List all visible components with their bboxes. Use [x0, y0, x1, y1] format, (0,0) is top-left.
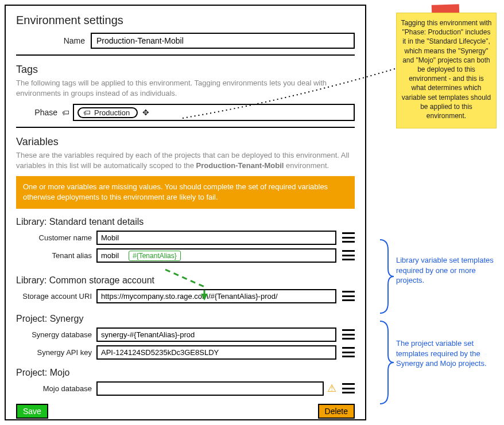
tag-pill-production[interactable]: Production — [77, 107, 138, 118]
field-synergy-api: Synergy API key — [16, 345, 355, 360]
tag-input-container[interactable]: Production — [73, 104, 355, 121]
field-mojo-db: Mojo database ⚠ — [16, 381, 355, 396]
synergy-api-input[interactable] — [96, 345, 336, 360]
variables-description: These are the variables required by each… — [16, 150, 355, 170]
field-customer-name: Customer name — [16, 231, 355, 245]
field-label: Mojo database — [16, 384, 96, 393]
storage-uri-input[interactable] — [96, 289, 336, 303]
tags-description: The following tags will be applied to th… — [16, 78, 355, 98]
tag-pill-label: Production — [94, 108, 130, 117]
field-tenant-alias: Tenant alias #{TenantAlias} — [16, 248, 355, 263]
page-title: Environment settings — [16, 14, 355, 27]
field-synergy-db: Synergy database — [16, 327, 355, 342]
name-input[interactable] — [91, 33, 355, 49]
group-title-library-common: Library: Common storage account — [16, 275, 355, 286]
variables-section-title: Variables — [16, 136, 355, 148]
row-menu-icon[interactable] — [342, 232, 355, 243]
customer-name-input[interactable] — [96, 231, 336, 245]
settings-panel: Environment settings Name Tags The follo… — [5, 5, 366, 420]
warning-icon: ⚠ — [327, 382, 336, 395]
row-menu-icon[interactable] — [342, 291, 355, 301]
cursor-icon — [142, 107, 149, 118]
tag-icon — [62, 107, 69, 118]
field-label: Tenant alias — [16, 251, 96, 260]
row-menu-icon[interactable] — [342, 347, 355, 357]
name-row: Name — [16, 33, 355, 49]
field-label: Storage account URI — [16, 292, 96, 301]
group-title-project-synergy: Project: Synergy — [16, 314, 355, 324]
delete-button[interactable]: Delete — [318, 404, 355, 419]
field-label: Synergy API key — [16, 348, 96, 357]
sticky-note: Tagging this environment with "Phase: Pr… — [396, 13, 497, 128]
action-buttons: Save Delete — [16, 404, 355, 419]
group-title-project-mojo: Project: Mojo — [16, 368, 355, 378]
row-menu-icon[interactable] — [342, 383, 355, 393]
variable-token-chip: #{TenantAlias} — [129, 251, 181, 261]
divider — [16, 127, 355, 128]
row-menu-icon[interactable] — [342, 329, 355, 340]
callout-project: The project variable set templates requi… — [396, 338, 497, 369]
field-label: Customer name — [16, 233, 96, 242]
synergy-db-input[interactable] — [96, 327, 336, 342]
name-label: Name — [16, 36, 91, 45]
field-storage-uri: Storage account URI — [16, 289, 355, 303]
field-label: Synergy database — [16, 330, 96, 339]
divider — [16, 54, 355, 56]
save-button[interactable]: Save — [16, 404, 48, 419]
tags-row: Phase Production — [16, 104, 355, 121]
callout-library: Library variable set templates required … — [396, 255, 497, 286]
tag-icon — [83, 108, 91, 117]
row-menu-icon[interactable] — [342, 250, 355, 260]
group-title-library-std: Library: Standard tenant details — [16, 217, 355, 227]
mojo-db-input[interactable] — [96, 381, 324, 396]
tag-category-label: Phase — [16, 108, 62, 117]
warning-banner: One or more variables are missing values… — [16, 176, 355, 208]
tags-section-title: Tags — [16, 64, 355, 76]
